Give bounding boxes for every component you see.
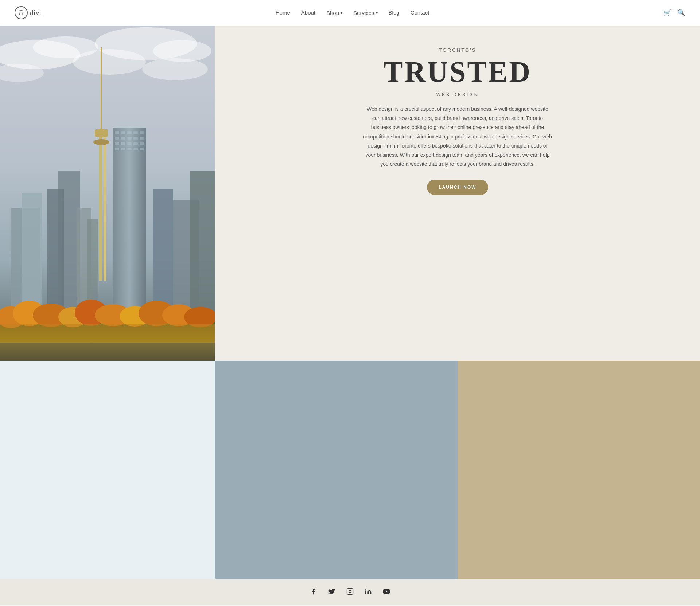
svg-rect-27 bbox=[127, 142, 132, 145]
lower-section bbox=[0, 361, 700, 579]
svg-rect-33 bbox=[133, 148, 138, 150]
skyline bbox=[0, 26, 215, 361]
svg-rect-36 bbox=[47, 189, 64, 317]
svg-rect-18 bbox=[133, 131, 138, 134]
svg-rect-9 bbox=[104, 135, 106, 281]
svg-rect-25 bbox=[115, 142, 119, 145]
svg-rect-19 bbox=[140, 131, 144, 134]
svg-rect-23 bbox=[133, 137, 138, 140]
logo-text: divi bbox=[30, 9, 41, 17]
lower-gray-panel bbox=[215, 361, 458, 579]
svg-rect-24 bbox=[140, 137, 144, 140]
svg-rect-41 bbox=[190, 171, 215, 324]
nav-icons: 🛒 🔍 bbox=[664, 9, 685, 17]
city-image bbox=[0, 26, 215, 361]
nav-link-shop[interactable]: Shop bbox=[326, 10, 339, 16]
youtube-icon[interactable] bbox=[383, 588, 390, 597]
twitter-icon[interactable] bbox=[328, 588, 335, 597]
svg-rect-22 bbox=[127, 137, 132, 140]
nav-link-home[interactable]: Home bbox=[276, 9, 290, 16]
footer bbox=[0, 579, 700, 605]
svg-rect-15 bbox=[115, 131, 119, 134]
facebook-icon[interactable] bbox=[310, 588, 317, 597]
svg-rect-31 bbox=[121, 148, 125, 150]
svg-rect-34 bbox=[140, 148, 144, 150]
svg-point-7 bbox=[142, 58, 208, 80]
location-label: TORONTO'S bbox=[439, 47, 477, 53]
svg-rect-12 bbox=[95, 129, 108, 137]
svg-rect-26 bbox=[121, 142, 125, 145]
svg-point-5 bbox=[73, 49, 146, 75]
navbar: D divi Home About Shop ▾ Services ▾ Blog… bbox=[0, 0, 700, 26]
subheading: WEB DESIGN bbox=[436, 92, 479, 97]
nav-item-about[interactable]: About bbox=[301, 9, 315, 16]
hero-description: Web design is a crucial aspect of any mo… bbox=[363, 105, 552, 169]
svg-rect-16 bbox=[121, 131, 125, 134]
lower-left-panel bbox=[0, 361, 215, 579]
logo-circle: D bbox=[15, 6, 28, 19]
svg-rect-56 bbox=[0, 343, 215, 361]
svg-rect-29 bbox=[140, 142, 144, 145]
nav-link-services[interactable]: Services bbox=[353, 10, 374, 16]
logo-link[interactable]: D divi bbox=[15, 6, 41, 19]
nav-link-about[interactable]: About bbox=[301, 9, 315, 16]
instagram-icon[interactable] bbox=[346, 588, 354, 597]
nav-item-services[interactable]: Services ▾ bbox=[353, 10, 378, 16]
chevron-down-icon: ▾ bbox=[376, 11, 378, 15]
svg-rect-30 bbox=[115, 148, 119, 150]
svg-point-60 bbox=[365, 588, 366, 589]
svg-rect-21 bbox=[121, 137, 125, 140]
content-panel: TORONTO'S TRUSTED WEB DESIGN Web design … bbox=[215, 26, 700, 361]
main-content: TORONTO'S TRUSTED WEB DESIGN Web design … bbox=[0, 26, 700, 361]
svg-rect-17 bbox=[127, 131, 132, 134]
nav-links: Home About Shop ▾ Services ▾ Blog Contac… bbox=[276, 9, 429, 16]
nav-link-blog[interactable]: Blog bbox=[389, 9, 400, 16]
svg-rect-8 bbox=[99, 135, 102, 281]
chevron-down-icon: ▾ bbox=[341, 11, 342, 15]
nav-item-home[interactable]: Home bbox=[276, 9, 290, 16]
skyline-svg bbox=[0, 26, 215, 361]
svg-rect-57 bbox=[347, 588, 353, 594]
lower-tan-panel bbox=[458, 361, 700, 579]
svg-rect-14 bbox=[113, 128, 146, 310]
cart-icon[interactable]: 🛒 bbox=[664, 9, 672, 17]
svg-point-13 bbox=[93, 139, 109, 145]
nav-item-blog[interactable]: Blog bbox=[389, 9, 400, 16]
lower-right-panel bbox=[215, 361, 700, 579]
hero-heading: TRUSTED bbox=[384, 56, 532, 88]
linkedin-icon[interactable] bbox=[365, 588, 372, 597]
svg-rect-32 bbox=[127, 148, 132, 150]
launch-button[interactable]: LAUNCH NOW bbox=[427, 180, 488, 195]
search-icon[interactable]: 🔍 bbox=[677, 9, 685, 17]
nav-link-contact[interactable]: Contact bbox=[411, 9, 429, 16]
svg-rect-20 bbox=[115, 137, 119, 140]
nav-item-contact[interactable]: Contact bbox=[411, 9, 429, 16]
svg-rect-28 bbox=[133, 142, 138, 145]
nav-item-shop[interactable]: Shop ▾ bbox=[326, 10, 342, 16]
svg-rect-59 bbox=[365, 590, 366, 594]
svg-rect-10 bbox=[101, 47, 102, 138]
